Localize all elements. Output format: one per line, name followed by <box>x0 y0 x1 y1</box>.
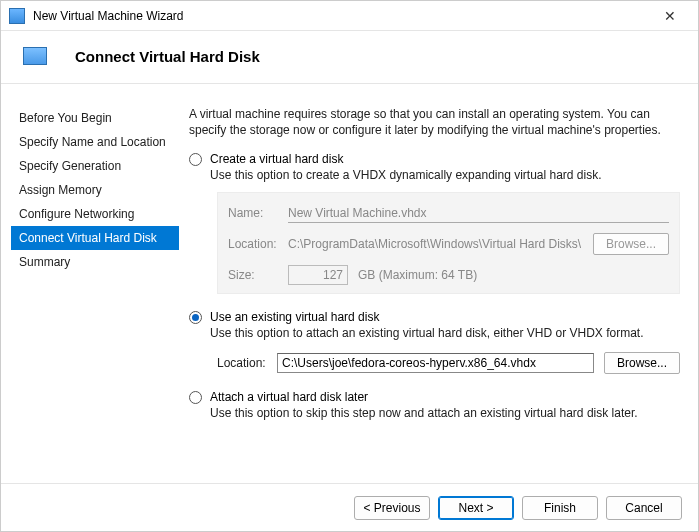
create-location-label: Location: <box>228 237 278 251</box>
step-specify-generation[interactable]: Specify Generation <box>11 154 179 178</box>
existing-browse-button[interactable]: Browse... <box>604 352 680 374</box>
page-title: Connect Virtual Hard Disk <box>75 48 260 65</box>
create-size-unit: GB (Maximum: 64 TB) <box>358 268 477 282</box>
radio-existing-vhd[interactable] <box>189 311 202 324</box>
option-create-vhd: Create a virtual hard disk Use this opti… <box>189 152 680 294</box>
option-attach-later: Attach a virtual hard disk later Use thi… <box>189 390 680 420</box>
existing-form: Location: Browse... <box>217 352 680 374</box>
page-banner: Connect Virtual Hard Disk <box>1 31 698 84</box>
step-configure-networking[interactable]: Configure Networking <box>11 202 179 226</box>
radio-create-vhd[interactable] <box>189 153 202 166</box>
wizard-footer: < Previous Next > Finish Cancel <box>1 483 698 531</box>
create-name-input <box>288 203 669 223</box>
create-size-label: Size: <box>228 268 278 282</box>
step-assign-memory[interactable]: Assign Memory <box>11 178 179 202</box>
page-description: A virtual machine requires storage so th… <box>189 106 680 138</box>
option-create-label: Create a virtual hard disk <box>210 152 343 166</box>
close-icon: ✕ <box>664 8 676 24</box>
close-button[interactable]: ✕ <box>650 2 690 30</box>
step-specify-name[interactable]: Specify Name and Location <box>11 130 179 154</box>
create-browse-button: Browse... <box>593 233 669 255</box>
wizard-steps: Before You Begin Specify Name and Locati… <box>1 88 179 483</box>
create-size-input <box>288 265 348 285</box>
previous-button[interactable]: < Previous <box>354 496 430 520</box>
radio-attach-later[interactable] <box>189 391 202 404</box>
option-existing-vhd: Use an existing virtual hard disk Use th… <box>189 310 680 374</box>
create-form: Name: Location: C:\ProgramData\Microsoft… <box>217 192 680 294</box>
titlebar: New Virtual Machine Wizard ✕ <box>1 1 698 31</box>
create-location-value: C:\ProgramData\Microsoft\Windows\Virtual… <box>288 237 583 251</box>
existing-location-input[interactable] <box>277 353 594 373</box>
window-title: New Virtual Machine Wizard <box>33 9 650 23</box>
app-icon <box>9 8 25 24</box>
cancel-button[interactable]: Cancel <box>606 496 682 520</box>
create-name-label: Name: <box>228 206 278 220</box>
option-later-desc: Use this option to skip this step now an… <box>210 406 680 420</box>
step-summary[interactable]: Summary <box>11 250 179 274</box>
step-before-you-begin[interactable]: Before You Begin <box>11 106 179 130</box>
next-button[interactable]: Next > <box>438 496 514 520</box>
existing-location-label: Location: <box>217 356 267 370</box>
wizard-content: A virtual machine requires storage so th… <box>179 88 698 483</box>
step-connect-vhd[interactable]: Connect Virtual Hard Disk <box>11 226 179 250</box>
option-create-desc: Use this option to create a VHDX dynamic… <box>210 168 680 182</box>
option-existing-desc: Use this option to attach an existing vi… <box>210 326 680 340</box>
vm-icon <box>23 47 47 65</box>
option-existing-label: Use an existing virtual hard disk <box>210 310 379 324</box>
finish-button[interactable]: Finish <box>522 496 598 520</box>
option-later-label: Attach a virtual hard disk later <box>210 390 368 404</box>
wizard-body: Before You Begin Specify Name and Locati… <box>1 88 698 483</box>
